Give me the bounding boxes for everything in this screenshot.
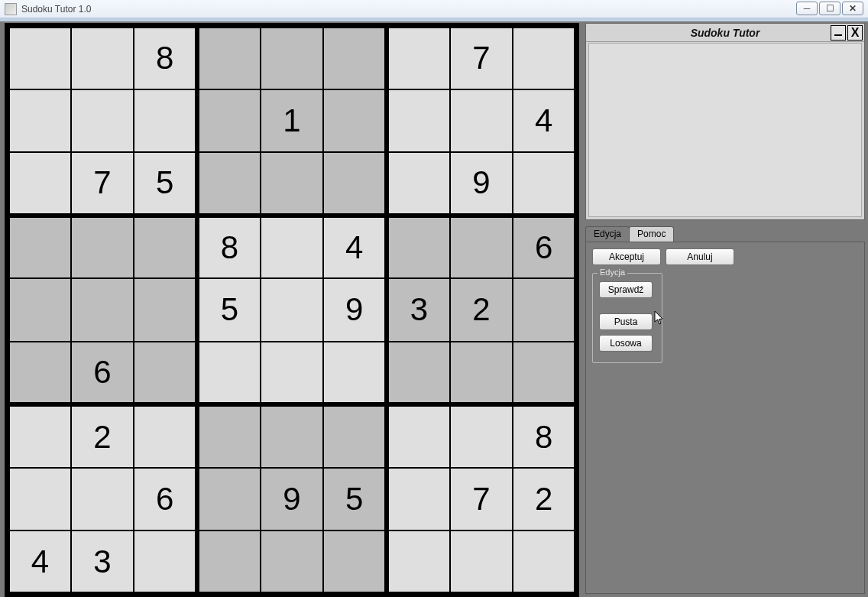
sudoku-cell[interactable]: [323, 26, 387, 89]
tutor-panel: Sudoku Tutor X: [585, 23, 865, 220]
os-titlebar: Sudoku Tutor 1.0: [0, 0, 868, 18]
tutor-minimize-button[interactable]: [831, 25, 846, 41]
sudoku-cell[interactable]: [261, 152, 324, 216]
sudoku-cell[interactable]: [513, 152, 576, 216]
sudoku-cell[interactable]: [71, 216, 134, 279]
sudoku-cell[interactable]: [197, 530, 261, 594]
sudoku-cell[interactable]: 7: [71, 152, 134, 216]
random-button[interactable]: Losowa: [599, 335, 653, 352]
sudoku-cell[interactable]: [387, 152, 450, 216]
sudoku-cell[interactable]: [323, 342, 387, 405]
sudoku-cell[interactable]: 2: [450, 278, 513, 342]
sudoku-cell[interactable]: 5: [134, 152, 197, 216]
sudoku-cell[interactable]: [197, 152, 261, 216]
accept-button[interactable]: Akceptuj: [592, 248, 661, 265]
sudoku-cell[interactable]: [387, 89, 450, 153]
sudoku-cell[interactable]: [387, 342, 450, 405]
sudoku-cell[interactable]: 2: [513, 468, 576, 531]
sudoku-cell[interactable]: 6: [513, 216, 576, 279]
sudoku-cell[interactable]: 6: [134, 468, 197, 531]
sudoku-cell[interactable]: [261, 216, 324, 279]
sudoku-cell[interactable]: [8, 342, 71, 405]
sudoku-cell[interactable]: [387, 26, 450, 89]
sudoku-cell[interactable]: [450, 530, 513, 594]
sudoku-cell[interactable]: [134, 89, 197, 153]
sudoku-cell[interactable]: 2: [71, 404, 134, 468]
tab-help[interactable]: Pomoc: [629, 226, 674, 242]
sudoku-cell[interactable]: [261, 342, 324, 405]
sudoku-cell[interactable]: 3: [71, 530, 134, 594]
sudoku-cell[interactable]: 8: [513, 404, 576, 468]
sudoku-cell[interactable]: [134, 342, 197, 405]
tab-area: Edycja Pomoc Akceptuj Anuluj Edycja Spra…: [585, 226, 865, 594]
sudoku-cell[interactable]: [8, 89, 71, 153]
sudoku-cell[interactable]: [323, 152, 387, 216]
sudoku-cell[interactable]: [261, 404, 324, 468]
sudoku-cell[interactable]: [261, 26, 324, 89]
sudoku-cell[interactable]: [323, 404, 387, 468]
tutor-close-button[interactable]: X: [847, 25, 863, 41]
sudoku-cell[interactable]: [134, 404, 197, 468]
sudoku-cell[interactable]: [71, 89, 134, 153]
sudoku-cell[interactable]: 4: [8, 530, 71, 594]
sudoku-cell[interactable]: 9: [323, 278, 387, 342]
sudoku-cell[interactable]: [261, 530, 324, 594]
cancel-button[interactable]: Anuluj: [666, 248, 734, 265]
sudoku-cell[interactable]: 5: [323, 468, 387, 531]
sudoku-cell[interactable]: 5: [197, 278, 261, 342]
empty-button[interactable]: Pusta: [599, 313, 653, 330]
sudoku-cell[interactable]: [387, 468, 450, 531]
sudoku-cell[interactable]: [261, 278, 324, 342]
sudoku-cell[interactable]: 1: [261, 89, 324, 153]
sudoku-cell[interactable]: [8, 404, 71, 468]
sudoku-cell[interactable]: [134, 278, 197, 342]
sudoku-cell[interactable]: [387, 530, 450, 594]
os-maximize-button[interactable]: ☐: [819, 2, 840, 15]
sudoku-cell[interactable]: [513, 26, 576, 89]
sudoku-cell[interactable]: [387, 216, 450, 279]
sudoku-cell[interactable]: 9: [261, 468, 324, 531]
sudoku-cell[interactable]: [513, 342, 576, 405]
sudoku-cell[interactable]: [8, 468, 71, 531]
tab-edit[interactable]: Edycja: [585, 226, 630, 242]
sudoku-cell[interactable]: [513, 530, 576, 594]
sudoku-cell[interactable]: [387, 404, 450, 468]
button-row-top: Akceptuj Anuluj: [592, 248, 858, 265]
sudoku-cell[interactable]: [323, 89, 387, 153]
sudoku-grid-frame: 871475984659326286957243: [5, 23, 579, 597]
sudoku-cell[interactable]: [197, 468, 261, 531]
tab-content-edit: Akceptuj Anuluj Edycja Sprawdź Pusta Los…: [585, 242, 865, 594]
sudoku-cell[interactable]: [450, 89, 513, 153]
tutor-panel-header: Sudoku Tutor X: [586, 24, 864, 42]
sudoku-cell[interactable]: [134, 530, 197, 594]
sudoku-cell[interactable]: [8, 278, 71, 342]
sudoku-cell[interactable]: [8, 152, 71, 216]
sudoku-cell[interactable]: [323, 530, 387, 594]
sudoku-cell[interactable]: [134, 216, 197, 279]
os-close-button[interactable]: ✕: [842, 2, 863, 15]
sudoku-cell[interactable]: [71, 26, 134, 89]
sudoku-cell[interactable]: [450, 342, 513, 405]
sudoku-cell[interactable]: [513, 278, 576, 342]
os-minimize-button[interactable]: ─: [796, 2, 818, 15]
sudoku-cell[interactable]: [8, 26, 71, 89]
sudoku-cell[interactable]: [71, 278, 134, 342]
sudoku-cell[interactable]: [197, 89, 261, 153]
check-button[interactable]: Sprawdź: [599, 281, 653, 298]
sudoku-cell[interactable]: 9: [450, 152, 513, 216]
sudoku-cell[interactable]: [450, 216, 513, 279]
sudoku-cell[interactable]: [71, 468, 134, 531]
sudoku-cell[interactable]: [197, 342, 261, 405]
sudoku-cell[interactable]: 8: [134, 26, 197, 89]
sudoku-cell[interactable]: [197, 26, 261, 89]
sudoku-cell[interactable]: [8, 216, 71, 279]
sudoku-cell[interactable]: 4: [323, 216, 387, 279]
sudoku-cell[interactable]: 7: [450, 26, 513, 89]
sudoku-cell[interactable]: 3: [387, 278, 450, 342]
sudoku-cell[interactable]: 8: [197, 216, 261, 279]
sudoku-cell[interactable]: [197, 404, 261, 468]
sudoku-cell[interactable]: 6: [71, 342, 134, 405]
sudoku-cell[interactable]: [450, 404, 513, 468]
sudoku-cell[interactable]: 7: [450, 468, 513, 531]
sudoku-cell[interactable]: 4: [513, 89, 576, 153]
